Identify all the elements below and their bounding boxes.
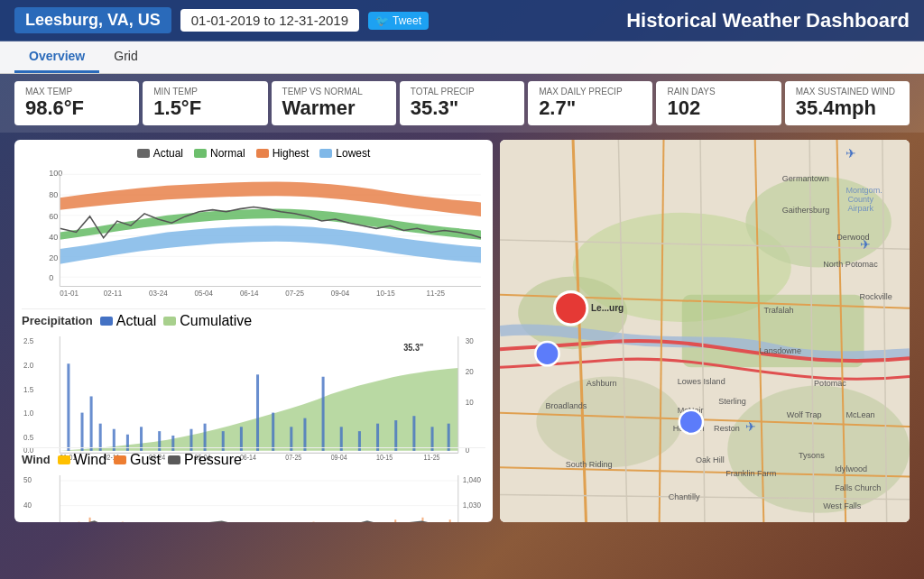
precip-cumulative-color (163, 317, 176, 326)
stat-label: Max daily precip (539, 87, 642, 96)
svg-text:Lansdowne: Lansdowne (760, 346, 801, 355)
stat-label: Rain days (667, 87, 770, 96)
svg-point-191 (727, 386, 910, 513)
svg-text:Airpark: Airpark (847, 204, 873, 213)
svg-rect-34 (67, 363, 69, 451)
svg-text:McLean: McLean (845, 410, 874, 419)
precip-title: Precipitation (22, 314, 93, 327)
wind-gust-label: Gust (130, 452, 161, 468)
precip-actual-color (100, 317, 113, 326)
map-container[interactable]: Germantown Gaithersburg Derwood North Po… (500, 140, 910, 522)
svg-text:01-01: 01-01 (60, 290, 79, 298)
date-range-badge: 01-01-2019 to 12-31-2019 (180, 9, 359, 32)
stat-label: Min temp (153, 87, 256, 96)
temp-chart: 100 80 60 40 20 0 (22, 165, 485, 305)
legend-lowest: Lowest (319, 147, 370, 160)
stat-value: 35.3" (411, 96, 513, 120)
svg-text:50: 50 (23, 475, 32, 485)
stat-card-min-temp: Min temp 1.5°F (143, 81, 267, 125)
stat-card-total-precip: Total precip 35.3" (400, 81, 524, 125)
precip-legend-actual: Actual (100, 313, 156, 329)
svg-text:2.0: 2.0 (23, 361, 33, 371)
wind-chart: Wind Wind Gust Pressure 50 40 30 (22, 447, 485, 522)
tweet-label: Tweet (393, 14, 421, 27)
svg-text:60: 60 (49, 212, 58, 221)
svg-point-224 (535, 342, 559, 365)
svg-text:1.5: 1.5 (23, 384, 33, 394)
svg-text:Montgom.: Montgom. (845, 186, 882, 195)
svg-text:Wolf Trap: Wolf Trap (787, 410, 822, 419)
wind-wind-label: Wind (74, 452, 106, 468)
tweet-button[interactable]: 🐦 Tweet (368, 12, 429, 30)
legend-highest-color (256, 149, 269, 158)
precip-chart: Precipitation Actual Cumulative 2.5 2.0 … (22, 308, 485, 444)
svg-rect-55 (394, 420, 397, 451)
location-badge: Leesburg, VA, US (14, 7, 171, 33)
svg-text:20: 20 (49, 253, 58, 262)
svg-text:County: County (847, 195, 873, 204)
svg-text:09-04: 09-04 (331, 290, 350, 298)
precip-cumulative-label: Cumulative (180, 313, 252, 329)
svg-text:Falls Church: Falls Church (835, 483, 881, 492)
svg-rect-56 (412, 416, 415, 451)
header: Leesburg, VA, US 01-01-2019 to 12-31-201… (0, 0, 924, 41)
map-panel: Germantown Gaithersburg Derwood North Po… (500, 140, 910, 522)
svg-text:Lowes Island: Lowes Island (678, 377, 725, 386)
svg-text:10: 10 (466, 398, 474, 408)
nav-tabs: Overview Grid (0, 41, 924, 74)
svg-text:0.5: 0.5 (23, 432, 33, 442)
wind-pressure-label: Pressure (184, 452, 242, 468)
svg-text:✈: ✈ (860, 237, 871, 252)
wind-wind-color (58, 455, 70, 464)
svg-text:Gaithersburg: Gaithersburg (782, 206, 829, 215)
page-title: Historical Weather Dashboard (626, 9, 910, 32)
svg-text:Ashburn: Ashburn (587, 379, 617, 388)
wind-legend-wind: Wind (58, 452, 106, 468)
precip-svg: 2.5 2.0 1.5 1.0 0.5 0.0 30 20 10 0 35.3" (22, 331, 485, 462)
temp-legend: Actual Normal Highest Lowest (22, 147, 485, 160)
svg-text:Rockville: Rockville (860, 292, 892, 301)
wind-svg: 50 40 30 20 10 1,040 1,030 1,020 1,010 1… (22, 470, 485, 522)
main-content: Actual Normal Highest Lowest 100 80 60 (0, 133, 924, 529)
svg-text:06-14: 06-14 (240, 290, 259, 298)
svg-text:Le...urg: Le...urg (591, 303, 624, 313)
svg-text:Trafalah: Trafalah (764, 306, 794, 315)
svg-text:North Potomac: North Potomac (823, 260, 878, 269)
svg-text:Sterling: Sterling (718, 397, 746, 406)
svg-text:Chantilly: Chantilly (669, 492, 700, 501)
wind-legend-pressure: Pressure (168, 452, 242, 468)
twitter-icon: 🐦 (375, 14, 389, 27)
legend-actual: Actual (137, 147, 183, 160)
stat-value: 1.5°F (153, 96, 256, 120)
svg-text:0: 0 (49, 273, 53, 282)
svg-text:100: 100 (49, 169, 62, 178)
svg-text:✈: ✈ (845, 146, 856, 161)
legend-normal-color (194, 149, 207, 158)
svg-text:Oak Hill: Oak Hill (696, 455, 725, 464)
stat-card-max-temp: Max temp 98.6°F (14, 81, 139, 125)
legend-actual-label: Actual (153, 147, 183, 160)
wind-title: Wind (22, 453, 51, 466)
svg-rect-36 (90, 397, 93, 451)
precip-legend-cumulative: Cumulative (163, 313, 252, 329)
svg-text:1,040: 1,040 (463, 475, 481, 485)
wind-legend-gust: Gust (114, 452, 161, 468)
svg-text:South Riding: South Riding (566, 460, 613, 469)
stat-card-max-sustained-wind: Max sustained wind 35.4mph (785, 81, 910, 125)
legend-normal-label: Normal (210, 147, 245, 160)
svg-text:02-11: 02-11 (104, 290, 123, 298)
svg-rect-47 (256, 374, 259, 451)
tab-overview[interactable]: Overview (14, 41, 99, 73)
stat-value: 35.4mph (796, 96, 899, 120)
stat-label: Max temp (25, 87, 128, 96)
tab-grid[interactable]: Grid (99, 41, 152, 73)
legend-lowest-label: Lowest (336, 147, 370, 160)
svg-text:Idylwood: Idylwood (835, 464, 867, 473)
stat-card-temp-vs-normal: Temp vs normal Warmer (272, 81, 396, 125)
svg-text:Reston: Reston (714, 424, 740, 433)
legend-highest-label: Highest (273, 147, 310, 160)
svg-text:2.5: 2.5 (23, 336, 33, 346)
svg-rect-48 (272, 413, 274, 451)
stat-card-max-daily-precip: Max daily precip 2.7" (528, 81, 652, 125)
svg-rect-170 (394, 519, 396, 522)
